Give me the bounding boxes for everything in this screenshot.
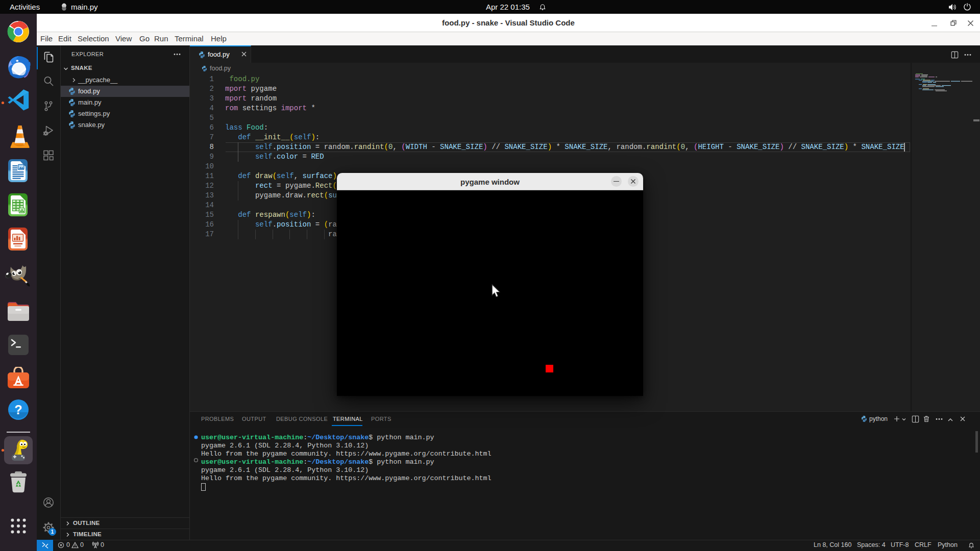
svg-text:?: ? — [14, 403, 22, 417]
